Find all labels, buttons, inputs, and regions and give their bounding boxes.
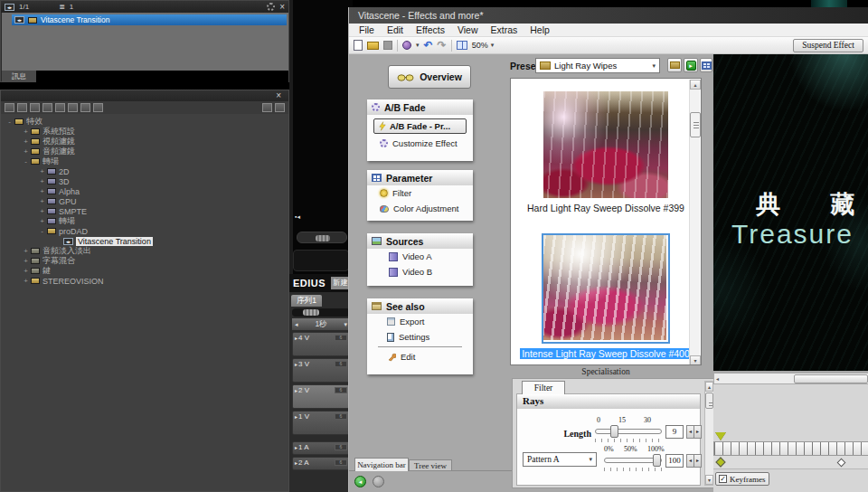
track-arrow-icon[interactable]: ▸ [295,444,297,450]
expander-icon[interactable]: + [37,177,47,185]
tree-item[interactable]: +轉場 [1,216,288,226]
view-icon[interactable] [68,103,78,112]
track-arrow-icon[interactable]: ▸ [295,387,297,393]
lock-icon[interactable]: 6 [335,361,347,367]
percent-slider[interactable] [604,458,662,463]
presets-list[interactable]: Hard Light Ray Sweep Dissolve #399 Inten… [510,78,702,365]
expander-icon[interactable]: - [21,157,31,166]
filter-tab[interactable]: Filter [522,381,565,394]
apply-preset-button[interactable]: ▸ [684,58,698,72]
ab-fade-preset-button[interactable]: A/B Fade - Pr... [373,118,467,134]
scrollbar-thumb[interactable] [705,393,713,409]
preset-selection-border[interactable] [542,233,670,344]
tab-navigation-bar[interactable]: Navigation bar [354,458,409,471]
folder-up-button[interactable] [667,58,682,72]
slider-thumb[interactable] [653,454,661,467]
slider-thumb[interactable] [610,425,618,438]
track-arrow-icon[interactable]: ▸ [295,413,297,420]
thumbnail-view-button[interactable] [700,58,712,72]
customize-effect-link[interactable]: Customize Effect [367,136,473,151]
pattern-select[interactable]: Pattern A▾ [523,452,597,467]
redo-icon[interactable]: ↷ [438,40,447,51]
scroll-up-button[interactable]: ▴ [705,382,713,392]
text-view-icon[interactable] [80,103,90,112]
effects-globe-icon[interactable] [402,41,411,50]
lock-icon[interactable]: 6 [335,387,347,393]
video-track[interactable]: ▸4 V6 [292,332,350,356]
preview-horizontal-scrollbar[interactable]: ◂ [713,373,868,384]
forward-button-disabled[interactable] [373,476,384,487]
view-icon[interactable] [17,103,27,112]
scale-dropdown-icon[interactable]: ▾ [344,321,347,328]
slider-thumb[interactable] [303,309,319,316]
slider-thumb[interactable] [316,235,330,241]
tree-item[interactable]: +3D [1,176,288,186]
sequence-tab[interactable]: 序列1 [291,295,322,307]
expander-icon[interactable]: + [21,128,31,136]
tree-item[interactable]: -proDAD [1,226,288,236]
expander-icon[interactable]: + [21,267,31,275]
length-increment-button[interactable]: ▸ [693,425,702,439]
layout-icon[interactable] [93,103,103,112]
tree-item[interactable]: +SMPTE [1,206,288,216]
scroll-down-button[interactable]: ▾ [690,355,701,365]
view-icon[interactable] [5,103,14,112]
preset-item-selected[interactable]: Intense Light Ray Sweep Dissolve #400 [511,233,701,359]
tree-item[interactable]: +Alpha [1,186,288,196]
view-icon[interactable] [55,103,65,112]
expander-icon[interactable]: + [21,137,31,146]
audio-track[interactable]: ▸2 A6 [292,457,350,470]
dropdown-icon[interactable]: ▾ [416,42,420,49]
expander-icon[interactable]: + [37,197,47,205]
scrollbar-thumb[interactable] [794,374,868,383]
zoom-select[interactable]: 50% ▾ [472,41,495,50]
tree-item[interactable]: +STEREOVISION [1,276,288,286]
scale-left-icon[interactable]: ◂ [295,321,298,328]
tree-item[interactable]: +2D [1,166,288,176]
suspend-effect-button[interactable]: Suspend Effect [793,39,863,52]
palette-selected-row[interactable]: ◂▸ Vitascene Transition [12,14,287,25]
expander-icon[interactable]: + [37,187,47,195]
lock-icon[interactable]: 6 [335,444,347,450]
tree-item[interactable]: +GPU [1,196,288,206]
expander-icon[interactable]: + [21,247,31,255]
filter-link[interactable]: Filter [367,185,473,201]
panel-option-icon[interactable] [275,103,285,112]
dropdown-icon[interactable]: ▾ [652,62,656,70]
overview-button[interactable]: Overview [388,65,471,89]
edit-link[interactable]: Edit [367,349,473,364]
speaker-icon[interactable]: ▪◂ [295,213,300,221]
preset-thumbnail[interactable] [543,235,666,340]
preset-thumbnail[interactable] [543,91,668,198]
expander-icon[interactable]: + [37,217,47,225]
video-track[interactable]: ▸1 V6 [292,411,350,435]
expander-icon[interactable]: + [37,167,47,175]
video-track[interactable]: ▸3 V6 [292,358,350,383]
settings-gear-icon[interactable] [267,3,275,11]
close-icon[interactable]: × [276,91,281,100]
length-slider[interactable] [595,429,662,434]
expander-icon[interactable]: + [21,257,31,265]
percent-increment-button[interactable]: ▸ [693,454,702,468]
export-link[interactable]: Export [367,314,473,329]
percent-value[interactable]: 100 [665,454,684,468]
checkbox-checked[interactable]: ✓ [719,475,727,483]
video-a-link[interactable]: Video A [367,249,473,264]
message-tab[interactable]: 訊息 [2,71,36,82]
scrollbar-thumb[interactable] [690,112,701,137]
expander-icon[interactable]: + [21,147,31,156]
expander-icon[interactable]: + [37,207,47,215]
presets-folder-select[interactable]: Light Ray Wipes ▾ [535,58,660,73]
menu-view[interactable]: View [451,24,485,35]
timescale-control[interactable]: ◂ 1秒 ▾ [292,318,350,330]
tree-item[interactable]: -轉場 [1,156,288,166]
menu-file[interactable]: File [353,24,381,35]
new-document-icon[interactable] [354,40,363,51]
menu-extras[interactable]: Extras [485,24,524,35]
view-icon[interactable] [30,103,40,112]
tree-item[interactable]: +鍵 [1,266,288,276]
keyframes-toggle[interactable]: ✓ Keyframes [715,472,769,486]
lock-icon[interactable]: 6 [335,413,347,420]
color-adjustment-link[interactable]: Color Adjustment [367,201,473,216]
lock-icon[interactable]: 6 [335,335,347,341]
